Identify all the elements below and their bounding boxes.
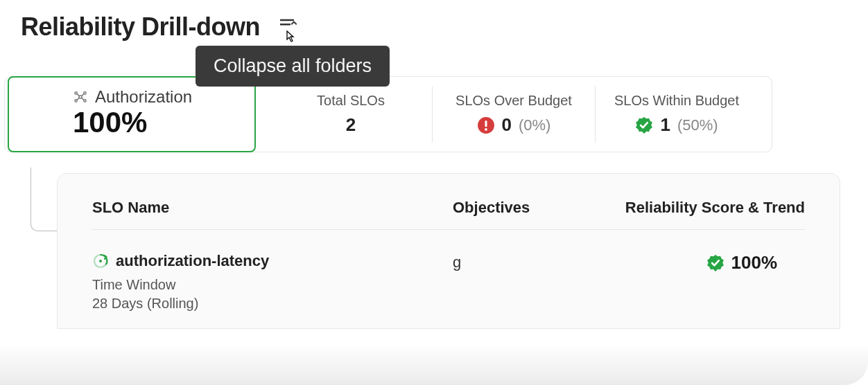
table-row[interactable]: authorization-latency Time Window 28 Day… <box>92 230 805 312</box>
stat-total-label: Total SLOs <box>317 93 385 109</box>
detail-panel: SLO Name Objectives Reliability Score & … <box>57 173 840 329</box>
stat-within-budget: SLOs Within Budget 1 (50%) <box>595 86 758 143</box>
col-header-score: Reliability Score & Trend <box>619 199 805 217</box>
stat-within-count: 1 <box>660 114 670 136</box>
table-header: SLO Name Objectives Reliability Score & … <box>92 199 805 230</box>
cursor-icon <box>282 29 299 46</box>
collapse-tooltip: Collapse all folders <box>196 46 390 87</box>
tree-connector <box>31 168 57 231</box>
page-title: Reliability Drill-down <box>21 12 260 42</box>
stat-over-count: 0 <box>502 114 512 136</box>
summary-name: Authorization <box>95 87 192 107</box>
stat-over-label: SLOs Over Budget <box>455 93 572 109</box>
page-shadow <box>0 343 868 385</box>
check-badge-icon <box>635 116 653 134</box>
row-score-value: 100% <box>731 252 778 274</box>
svg-point-13 <box>485 128 487 131</box>
stat-within-label: SLOs Within Budget <box>614 93 739 109</box>
svg-point-2 <box>79 96 82 98</box>
row-objectives: g <box>453 252 619 271</box>
summary-score: 100% <box>73 107 241 138</box>
stat-over-budget: SLOs Over Budget 0 (0%) <box>432 86 595 143</box>
stat-over-pct: (0%) <box>519 116 550 134</box>
slo-gauge-icon <box>92 253 109 269</box>
row-name: authorization-latency <box>116 252 269 270</box>
row-tw-label: Time Window <box>92 277 453 293</box>
row-tw-value: 28 Days (Rolling) <box>92 296 453 312</box>
svg-line-10 <box>82 98 84 100</box>
stat-within-pct: (50%) <box>677 116 718 134</box>
svg-line-7 <box>77 93 79 96</box>
alert-icon <box>477 116 495 134</box>
score-box[interactable]: Authorization 100% <box>8 76 256 152</box>
check-badge-icon <box>706 254 724 272</box>
svg-line-9 <box>77 98 79 100</box>
col-header-name: SLO Name <box>92 199 453 217</box>
svg-rect-12 <box>485 120 487 126</box>
stat-total-count: 2 <box>346 114 356 136</box>
collapse-all-button[interactable] <box>277 17 297 40</box>
svg-point-15 <box>99 260 102 262</box>
stat-total: Total SLOs 2 <box>270 86 432 143</box>
svg-line-8 <box>82 93 84 96</box>
col-header-objectives: Objectives <box>453 199 619 217</box>
summary-row: Authorization 100% Total SLOs 2 SLOs Ove… <box>4 76 772 152</box>
graph-node-icon <box>73 89 88 105</box>
